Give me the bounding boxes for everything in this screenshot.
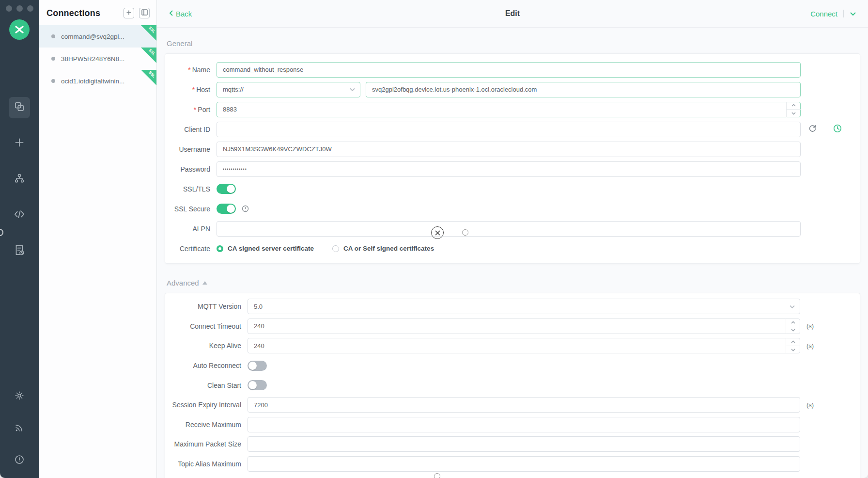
ssl-secure-label: SSL Secure [165,205,210,213]
mqttx-logo-icon [14,24,25,35]
back-button[interactable]: Back [169,10,192,18]
request-response-row: Request Response [165,474,860,478]
port-label: *Port [165,106,210,113]
port-spinner [786,102,801,117]
name-row: *Name [165,60,860,80]
required-asterisk: * [192,86,195,94]
name-label: *Name [165,66,210,74]
host-label: *Host [165,86,210,94]
sidebar-item-new-connection[interactable] [9,133,30,154]
username-label: Username [165,145,210,153]
collapse-section-icon[interactable] [202,281,207,285]
required-asterisk: * [188,66,190,74]
password-input[interactable] [217,161,801,177]
session-expiry-input[interactable] [248,397,800,413]
chevron-left-icon [169,10,174,18]
ssl-tls-row: SSL/TLS [165,179,860,199]
toggle-knob [248,381,257,389]
radio-label: CA or Self signed certificates [343,245,434,252]
port-input[interactable] [217,102,801,117]
session-expiry-unit: (s) [806,401,814,409]
host-protocol-value[interactable] [217,82,360,97]
connection-item[interactable]: command@svq2gpl... SSL [39,25,156,48]
username-row: Username [165,139,860,159]
spinner-down-button[interactable] [787,110,801,117]
connect-timeout-field [248,319,800,334]
new-connection-button[interactable] [124,8,134,18]
clean-start-row: Clean Start [165,375,860,395]
name-input[interactable] [217,62,801,78]
left-icon-rail [0,0,39,478]
spinner-down-button[interactable] [786,326,800,334]
window-close-button[interactable] [6,5,12,12]
window-minimize-button[interactable] [16,5,23,12]
refresh-client-id-button[interactable] [808,124,817,134]
alpn-label: ALPN [165,225,210,233]
radio-ca-or-self-signed[interactable]: CA or Self signed certificates [332,245,434,252]
spinner-up-button[interactable] [786,338,800,346]
host-protocol-select[interactable] [217,82,360,97]
timestamp-client-id-button[interactable] [833,124,842,135]
page-title: Edit [157,9,868,18]
sidebar-item-connections[interactable] [9,97,30,118]
plus-icon [126,9,132,17]
connections-list: command@svq2gpl... SSL 38HPW5R248Y6N8...… [39,25,156,92]
sidebar-item-log[interactable] [9,240,30,262]
ssl-tls-label: SSL/TLS [165,185,210,193]
session-expiry-label: Session Expiry Interval [165,401,241,409]
receive-maximum-input[interactable] [248,417,800,432]
client-id-input[interactable] [217,122,801,137]
clean-start-label: Clean Start [165,382,241,389]
sidebar-item-topic-tree[interactable] [9,169,30,190]
connections-panel-title: Connections [46,8,100,18]
ssl-badge: SSL [141,70,156,85]
sidebar-item-settings[interactable] [9,386,30,407]
sidebar-item-script[interactable] [9,205,30,226]
keep-alive-input[interactable] [248,338,800,353]
ssl-secure-toggle[interactable] [217,204,236,214]
layout-sidebar-icon [141,9,148,17]
maximum-packet-size-input[interactable] [248,436,800,452]
back-label: Back [176,10,192,18]
client-id-label: Client ID [165,126,210,133]
spinner-up-button[interactable] [786,319,800,327]
host-row: *Host [165,80,860,99]
certificate-row: Certificate CA signed server certificate… [165,239,860,258]
ssl-secure-info-icon [242,205,249,212]
edit-form-scroll: General *Name *Host [157,28,868,478]
certificate-label: Certificate [165,245,210,253]
connect-timeout-unit: (s) [806,322,814,330]
connect-timeout-spinner [786,319,800,334]
sidebar-item-about[interactable] [9,450,30,471]
window-zoom-button[interactable] [27,5,33,12]
auto-reconnect-toggle[interactable] [248,361,267,371]
radio-label: CA signed server certificate [228,245,314,252]
ssl-badge: SSL [141,48,156,63]
connect-timeout-input[interactable] [248,319,800,334]
clean-start-toggle[interactable] [248,380,267,390]
window-controls[interactable] [6,5,33,12]
mqtt-version-select[interactable] [248,299,800,314]
receive-maximum-row: Receive Maximum [165,415,860,435]
gear-icon [14,390,25,403]
host-input[interactable] [366,82,801,97]
info-circle-icon [14,454,25,467]
mqtt-version-value[interactable] [248,299,800,314]
chevron-down-icon [850,9,856,18]
collapse-panel-button[interactable] [139,8,150,18]
sidebar-item-broadcast[interactable] [9,418,30,439]
connect-button[interactable]: Connect [810,10,837,18]
connection-item[interactable]: ocid1.iotdigitaltwinin... SSL [39,70,156,92]
topic-alias-maximum-input[interactable] [248,456,800,472]
username-input[interactable] [217,142,801,157]
password-label: Password [165,165,210,173]
spinner-down-button[interactable] [786,346,800,354]
connect-options-button[interactable] [850,9,856,18]
alpn-input[interactable] [217,221,801,237]
spinner-up-button[interactable] [787,102,801,110]
connection-item[interactable]: 38HPW5R248Y6N8... SSL [39,48,156,70]
session-expiry-row: Session Expiry Interval (s) [165,395,860,415]
ssl-tls-toggle[interactable] [217,184,236,194]
edit-connection-view: Back Edit Connect General *Name [157,0,868,478]
radio-ca-signed-server[interactable]: CA signed server certificate [217,245,314,252]
